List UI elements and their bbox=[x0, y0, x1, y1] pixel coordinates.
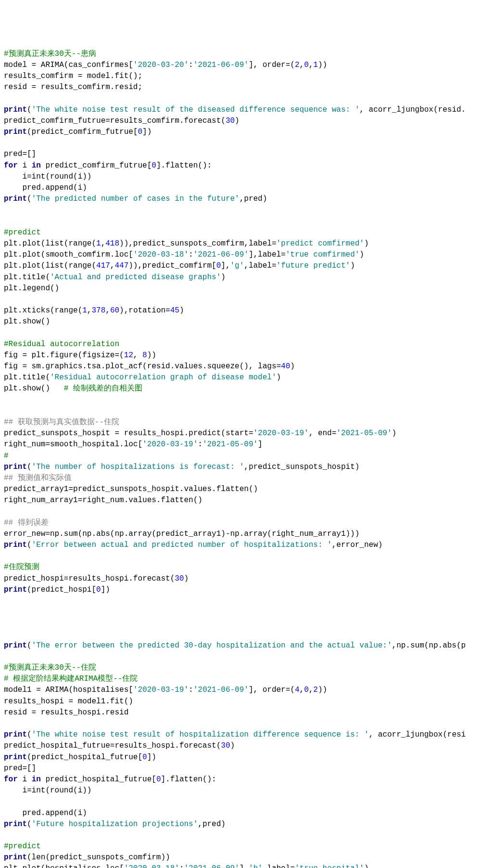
code-token: 0 bbox=[216, 261, 221, 270]
code-token: ( bbox=[27, 194, 32, 203]
code-token: : bbox=[189, 61, 193, 69]
code-line: plt.plot(smooth_comfirm.loc['2020-03-18'… bbox=[4, 249, 478, 260]
code-token: predict_hospi=results_hospi.forecast( bbox=[4, 574, 175, 583]
code-token: i=int(round(i)) bbox=[4, 786, 91, 795]
code-token: results_comfirm = model.fit(); bbox=[4, 72, 142, 80]
code-token: '2020-03-18' bbox=[133, 250, 189, 259]
code-line bbox=[4, 327, 478, 338]
code-line: pred=[] bbox=[4, 763, 478, 774]
code-token: 417 bbox=[96, 261, 110, 270]
code-token: ], bbox=[240, 864, 249, 868]
code-token: '2021-06-09' bbox=[193, 250, 249, 259]
code-token: 418 bbox=[105, 239, 119, 248]
code-line bbox=[4, 618, 478, 629]
code-line: print('The number of hospitalizations is… bbox=[4, 462, 478, 473]
code-token: fig = plt.figure(figsize=( bbox=[4, 351, 124, 360]
code-token: ) bbox=[392, 429, 397, 438]
code-line: print('The white noise test result of ho… bbox=[4, 729, 478, 740]
code-line: pred.append(i) bbox=[4, 182, 478, 194]
code-line: plt.plot(list(range(417,447)),predict_co… bbox=[4, 260, 478, 272]
code-token: 'The white noise test result of hospital… bbox=[32, 730, 369, 739]
code-token: 'Actual and predicted disease graphs' bbox=[50, 273, 221, 282]
code-line: plt.title('Residual autocorrelation grap… bbox=[4, 372, 478, 383]
code-token: in bbox=[32, 161, 41, 170]
code-token: 40 bbox=[281, 362, 290, 371]
code-line: for i in predict_comfirm_futrue[0].flatt… bbox=[4, 160, 478, 171]
code-token: ].flatten(): bbox=[161, 775, 216, 784]
code-token: 'predict comfirmed' bbox=[277, 239, 364, 248]
code-line: #predict bbox=[4, 227, 478, 238]
code-line: # bbox=[4, 451, 478, 462]
code-token: 12 bbox=[124, 351, 133, 360]
code-token: ) bbox=[359, 250, 364, 259]
code-token: , bbox=[309, 686, 314, 694]
code-line: i=int(round(i)) bbox=[4, 785, 478, 796]
code-token: ] bbox=[258, 440, 263, 449]
code-token: plt.plot(list(range( bbox=[4, 239, 96, 248]
code-token: , end= bbox=[309, 429, 337, 438]
code-token: plt.show() bbox=[4, 317, 50, 326]
code-token: : bbox=[189, 250, 193, 259]
code-token: ## 获取预测与真实值数据--住院 bbox=[4, 418, 119, 427]
code-line bbox=[4, 205, 478, 216]
code-line: fig = sm.graphics.tsa.plot_acf(resid.val… bbox=[4, 361, 478, 372]
code-line bbox=[4, 216, 478, 227]
code-line: #predict bbox=[4, 841, 478, 852]
code-token: 'Future hospitalization projections' bbox=[32, 820, 198, 829]
code-token: print bbox=[4, 105, 27, 114]
code-line bbox=[4, 629, 478, 640]
code-line bbox=[4, 506, 478, 517]
code-token: 'The white noise test result of the dise… bbox=[32, 105, 360, 114]
code-token: '2021-06-09' bbox=[193, 61, 249, 69]
code-token: ( bbox=[27, 820, 32, 829]
code-token: model1 = ARIMA(hospitalises[ bbox=[4, 686, 133, 694]
code-token: plt.plot(hospitalises.loc[ bbox=[4, 864, 124, 868]
code-token: '2020-03-19' bbox=[142, 440, 198, 449]
code-token: 30 bbox=[226, 117, 235, 125]
code-token: ) bbox=[235, 117, 240, 125]
code-token: '2020-03-19' bbox=[133, 686, 189, 694]
code-token: , bbox=[87, 306, 92, 315]
code-line bbox=[4, 718, 478, 729]
code-token: 1 bbox=[313, 61, 318, 69]
code-token: ]) bbox=[101, 585, 110, 594]
code-token: '2021-06-09' bbox=[184, 864, 239, 868]
code-token: #预测真正未来30天--住院 bbox=[4, 663, 96, 672]
code-line bbox=[4, 395, 478, 406]
code-line: plt.title('Actual and predicted disease … bbox=[4, 272, 478, 283]
code-token: plt.title( bbox=[4, 373, 50, 382]
code-line: print(len(predict_sunspots_comfirm)) bbox=[4, 852, 478, 863]
code-token: ) bbox=[290, 362, 295, 371]
code-line: plt.show() # 绘制残差的自相关图 bbox=[4, 383, 478, 394]
code-line: ## 预测值和实际值 bbox=[4, 473, 478, 484]
code-token: resid = results_comfirm.resid; bbox=[4, 83, 142, 91]
code-token: ## 得到误差 bbox=[4, 518, 49, 527]
code-token: ], order=( bbox=[249, 686, 295, 694]
code-token: plt.plot(smooth_comfirm.loc[ bbox=[4, 250, 133, 259]
code-token: (predict_comfirm_futrue[ bbox=[27, 128, 138, 136]
code-token: ]) bbox=[147, 753, 156, 762]
code-token: 'true comfirmed' bbox=[286, 250, 360, 259]
code-token: ## 预测值和实际值 bbox=[4, 474, 72, 482]
code-line: plt.legend() bbox=[4, 283, 478, 294]
code-line bbox=[4, 294, 478, 305]
code-line bbox=[4, 551, 478, 562]
code-line: model1 = ARIMA(hospitalises['2020-03-19'… bbox=[4, 685, 478, 696]
code-token: pred.append(i) bbox=[4, 183, 87, 192]
code-token: ) bbox=[184, 574, 189, 583]
code-token: 45 bbox=[170, 306, 179, 315]
code-token: , acorr_ljungbox(resi bbox=[369, 730, 466, 739]
code-token: pred=[] bbox=[4, 150, 36, 158]
code-token: '2020-03-18' bbox=[124, 864, 179, 868]
code-token: #住院预测 bbox=[4, 563, 39, 571]
code-token: ) bbox=[277, 373, 281, 382]
code-token: '2020-03-19' bbox=[253, 429, 308, 438]
code-token: '2021-05-09' bbox=[203, 440, 258, 449]
code-token: (predict_hospital_futrue[ bbox=[27, 753, 142, 762]
code-token: 'The error between the predicted 30-day … bbox=[32, 641, 392, 650]
code-token: )),predict_comfirm[ bbox=[128, 261, 216, 270]
code-token: 8 bbox=[142, 351, 147, 360]
code-line: print('The error between the predicted 3… bbox=[4, 640, 478, 651]
code-line: predict_hospital_futrue=results_hospi.fo… bbox=[4, 740, 478, 751]
code-line: error_new=np.sum(np.abs(np.array(predict… bbox=[4, 529, 478, 540]
